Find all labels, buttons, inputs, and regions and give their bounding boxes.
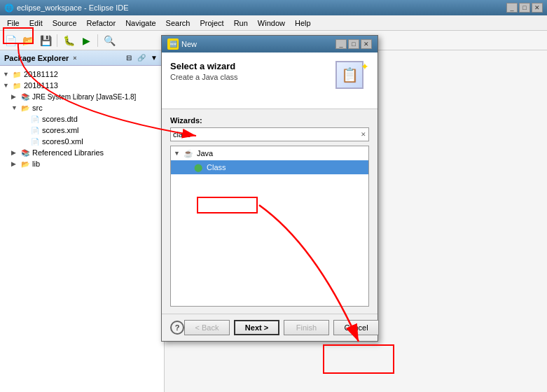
project2-icon: 📁 [11, 80, 22, 90]
reflibs-label: Referenced Libraries [32, 148, 104, 157]
close-button[interactable]: ✕ [532, 3, 543, 13]
dialog-close-button[interactable]: ✕ [361, 39, 372, 49]
tree-item-jre[interactable]: ▶ 📚 JRE System Library [JavaSE-1.8] [1, 91, 162, 102]
class-icon: ⬤ [192, 162, 205, 173]
java-label: Java [197, 149, 213, 158]
tree-item-src[interactable]: ▼ 📂 src [1, 102, 162, 113]
menu-window[interactable]: Window [254, 18, 289, 29]
package-explorer-header: Package Explorer × ⊟ 🔗 ▼ [0, 50, 164, 66]
scores-xml-icon: 📄 [29, 125, 41, 135]
tree-toggle-lib: ▶ [11, 160, 20, 167]
wizard-star-icon: ✦ [361, 61, 369, 72]
back-button[interactable]: < Back [184, 320, 230, 335]
debug-button[interactable]: 🐛 [61, 33, 76, 48]
scores-xml-label: scores.xml [42, 126, 79, 134]
tree-item-scores-xml[interactable]: 📄 scores.xml [1, 125, 162, 136]
next-button[interactable]: Next > [234, 320, 279, 335]
toolbar-separator-2 [97, 34, 98, 47]
menu-help[interactable]: Help [291, 18, 315, 29]
new-file-button[interactable]: 📄 [3, 33, 18, 48]
menu-project[interactable]: Project [195, 18, 228, 29]
dialog-body: Select a wizard Create a Java class 📋 ✦ [162, 52, 378, 109]
open-button[interactable]: 📂 [20, 33, 36, 48]
tree-toggle-reflibs: ▶ [11, 149, 20, 156]
menu-navigate[interactable]: Navigate [121, 18, 160, 29]
dialog-description: Create a Java class [170, 73, 238, 81]
lib-icon: 📂 [20, 159, 31, 169]
wizard-search-input[interactable] [171, 130, 359, 139]
menu-source[interactable]: Source [48, 18, 81, 29]
java-toggle: ▼ [174, 150, 182, 157]
panel-toolbar: ⊟ 🔗 ▼ [123, 52, 160, 64]
run-button[interactable]: ▶ [78, 33, 94, 48]
title-bar: 🌐 eclipse_workspace - Eclipse IDE _ □ ✕ [0, 0, 547, 15]
wizard-tree-item-java[interactable]: ▼ ☕ Java [171, 146, 368, 160]
menu-refactor[interactable]: Refactor [83, 18, 120, 29]
src-icon: 📂 [20, 103, 31, 113]
cancel-button[interactable]: Cancel [333, 320, 379, 335]
save-button[interactable]: 💾 [38, 33, 53, 48]
tree-toggle-src: ▼ [11, 104, 20, 111]
help-button[interactable]: ? [170, 321, 184, 335]
jre-icon: 📚 [20, 92, 31, 102]
dialog-footer: ? < Back Next > Finish Cancel [162, 314, 378, 341]
dialog-minimize-button[interactable]: _ [335, 39, 347, 49]
package-explorer-title: Package Explorer [4, 54, 69, 62]
reflibs-icon: 📚 [20, 148, 31, 158]
menu-bar: File Edit Source Refactor Navigate Searc… [0, 15, 547, 31]
menu-edit[interactable]: Edit [25, 18, 47, 29]
jre-label: JRE System Library [JavaSE-1.8] [32, 93, 136, 101]
project1-label: 20181112 [24, 70, 58, 78]
dialog-header-section: Select a wizard Create a Java class 📋 ✦ [170, 61, 369, 94]
scores0-xml-icon: 📄 [29, 136, 41, 146]
src-label: src [32, 104, 43, 112]
scores0-xml-label: scores0.xml [42, 137, 83, 146]
class-label: Class [207, 163, 226, 172]
link-editor-button[interactable]: 🔗 [136, 52, 147, 64]
dialog-title-bar: 🆕 New _ □ ✕ [162, 36, 378, 52]
toolbar-separator-1 [57, 34, 57, 47]
menu-file[interactable]: File [3, 18, 24, 29]
package-explorer-panel: Package Explorer × ⊟ 🔗 ▼ ▼ 📁 20181112 ▼ … [0, 50, 165, 392]
tree-item-scores-dtd[interactable]: 📄 scores.dtd [1, 113, 162, 125]
tree-toggle-project1: ▼ [3, 71, 11, 78]
title-bar-left: 🌐 eclipse_workspace - Eclipse IDE [4, 4, 129, 13]
tree-item-reflibs[interactable]: ▶ 📚 Referenced Libraries [1, 147, 162, 158]
maximize-button[interactable]: □ [519, 3, 530, 13]
minimize-button[interactable]: _ [506, 3, 518, 13]
dialog-header-text: Select a wizard Create a Java class [170, 61, 238, 81]
dialog-maximize-button[interactable]: □ [348, 39, 359, 49]
dialog-controls: _ □ ✕ [335, 39, 372, 49]
dialog-title-icon: 🆕 [167, 38, 179, 50]
app-icon: 🌐 [4, 4, 14, 13]
dialog-title-left: 🆕 New [167, 38, 197, 50]
package-explorer-close[interactable]: × [73, 55, 76, 62]
dialog-main-header: Select a wizard [170, 61, 238, 71]
search-row: ✕ [170, 127, 369, 141]
view-menu-button[interactable]: ▼ [148, 52, 160, 64]
collapse-all-button[interactable]: ⊟ [123, 52, 134, 64]
lib-label: lib [32, 160, 40, 168]
wizard-icon: 📋 [335, 61, 363, 89]
search-clear-button[interactable]: ✕ [359, 130, 368, 139]
wizard-tree-item-class[interactable]: ⬤ Class [171, 160, 368, 174]
dialog-wizard-icon-container: 📋 ✦ [335, 61, 369, 94]
tree-item-project2[interactable]: ▼ 📁 20181113 [1, 80, 162, 91]
tree-toggle-jre: ▶ [11, 93, 20, 100]
tree-item-lib[interactable]: ▶ 📂 lib [1, 158, 162, 169]
search-input-container[interactable]: ✕ [170, 127, 369, 141]
tree-item-project1[interactable]: ▼ 📁 20181112 [1, 69, 162, 80]
search-button[interactable]: 🔍 [102, 33, 117, 48]
wizards-section: Wizards: ✕ ▼ ☕ Java ⬤ Class [162, 109, 378, 314]
title-bar-controls: _ □ ✕ [506, 3, 543, 13]
dialog-title-text: New [181, 40, 197, 48]
wizard-tree[interactable]: ▼ ☕ Java ⬤ Class [170, 146, 369, 307]
menu-run[interactable]: Run [230, 18, 252, 29]
tree-toggle-project2: ▼ [3, 82, 11, 89]
menu-search[interactable]: Search [162, 18, 195, 29]
new-wizard-dialog[interactable]: 🆕 New _ □ ✕ Select a wizard Create a Jav… [161, 35, 378, 342]
window-title: eclipse_workspace - Eclipse IDE [17, 4, 129, 12]
tree-item-scores0-xml[interactable]: 📄 scores0.xml [1, 136, 162, 147]
project2-label: 20181113 [24, 81, 58, 90]
finish-button[interactable]: Finish [284, 320, 329, 335]
